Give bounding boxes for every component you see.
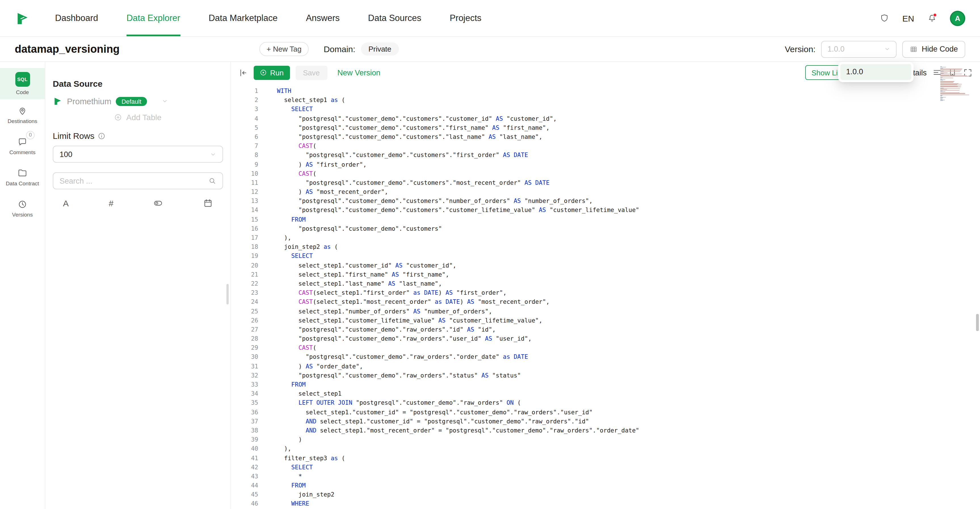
boolean-type-icon[interactable] <box>153 198 163 208</box>
collapse-panel-icon[interactable] <box>238 68 248 78</box>
editor-scrollbar[interactable] <box>976 314 979 331</box>
code-text: "postgresql"."customer_demo"."customers"… <box>258 197 593 206</box>
save-button[interactable]: Save <box>296 65 327 79</box>
code-text: AND select_step1."customer_id" = "postgr… <box>258 417 589 426</box>
code-line: 46 WHERE <box>231 499 980 508</box>
minimap-line <box>940 75 965 76</box>
minimap-line <box>940 87 961 87</box>
add-table-label: Add Table <box>126 113 161 122</box>
minimap-line <box>940 66 942 67</box>
rail-item-comments[interactable]: 0Comments <box>0 130 45 162</box>
nav-item-answers[interactable]: Answers <box>306 0 340 36</box>
nav-item-data-explorer[interactable]: Data Explorer <box>127 0 180 36</box>
date-type-icon[interactable] <box>203 198 213 208</box>
shield-icon[interactable] <box>880 13 889 23</box>
code-line: 17 ), <box>231 233 980 242</box>
line-number: 10 <box>231 169 258 178</box>
code-text: CAST( <box>258 343 317 352</box>
minimap-line <box>940 80 943 81</box>
number-type-icon[interactable]: # <box>109 198 113 208</box>
minimap-line <box>940 71 944 71</box>
add-table-button[interactable]: Add Table <box>53 113 223 122</box>
code-text: CAST( <box>258 169 317 178</box>
minimap-line <box>940 79 945 80</box>
code-text: select_step1."customer_id" AS "customer_… <box>258 260 456 270</box>
code-line: 43 * <box>231 472 980 480</box>
rail-item-label: Versions <box>12 211 33 217</box>
minimap-line <box>940 91 943 91</box>
line-number: 25 <box>231 306 258 316</box>
code-line: 32 "postgresql"."customer_demo"."raw_ord… <box>231 371 980 380</box>
code-text: select_step1."customer_lifetime_value" A… <box>258 316 542 325</box>
code-line: 18 join_step2 as ( <box>231 242 980 251</box>
clock-icon <box>18 199 27 209</box>
nav-item-dashboard[interactable]: Dashboard <box>55 0 98 36</box>
code-line: 41 filter_step3 as ( <box>231 453 980 462</box>
version-select-value: 1.0.0 <box>827 45 845 53</box>
line-number: 18 <box>231 242 258 251</box>
minimap-line <box>940 90 959 90</box>
code-text: "postgresql"."customer_demo"."customers"… <box>258 206 639 214</box>
code-line: 9 ) AS "first_order", <box>231 160 980 169</box>
code-text: * <box>258 472 302 480</box>
code-text: join_step2 as ( <box>258 242 338 251</box>
minimap-line <box>940 85 961 86</box>
code-line: 23 CAST(select_step1."first_order" as DA… <box>231 288 980 297</box>
hide-code-button[interactable]: Hide Code <box>902 41 965 57</box>
chevron-down-icon <box>884 46 890 52</box>
minimap-line <box>940 79 942 79</box>
rail-item-destinations[interactable]: Destinations <box>0 99 45 130</box>
code-text: "postgresql"."customer_demo"."customers"… <box>258 123 550 132</box>
search-icon <box>208 177 216 185</box>
minimap-line <box>940 68 943 68</box>
line-number: 45 <box>231 490 258 499</box>
text-type-icon[interactable]: A <box>63 198 68 208</box>
nav-items: DashboardData ExplorerData MarketplaceAn… <box>55 0 510 36</box>
version-option[interactable]: 1.0.0 <box>840 64 912 80</box>
code-text: FROM <box>258 380 305 389</box>
code-line: 4 "postgresql"."customer_demo"."customer… <box>231 114 980 123</box>
version-select[interactable]: 1.0.0 <box>821 41 897 57</box>
rail-item-code[interactable]: SQLCode <box>0 68 45 99</box>
minimap-line <box>940 99 943 100</box>
panel-scrollbar[interactable] <box>226 284 229 304</box>
line-number: 20 <box>231 260 258 270</box>
minimap-line <box>940 85 957 85</box>
chevron-down-icon[interactable] <box>162 98 168 104</box>
notifications-bell-icon[interactable] <box>927 13 937 23</box>
rail-item-data-contract[interactable]: Data Contract <box>0 162 45 193</box>
language-selector[interactable]: EN <box>902 13 914 23</box>
run-button[interactable]: Run <box>254 65 290 79</box>
code-text: ), <box>258 233 291 242</box>
code-text: select_step1."number_of_orders" AS "numb… <box>258 306 492 316</box>
minimap-line <box>940 78 953 78</box>
limit-rows-label: Limit Rows <box>53 131 94 141</box>
line-number: 3 <box>231 105 258 114</box>
code-line: 40 ), <box>231 444 980 453</box>
code-area[interactable]: 1WITH2 select_step1 as (3 SELECT4 "postg… <box>231 83 980 509</box>
info-icon[interactable] <box>98 132 106 140</box>
code-text: select_step1 as ( <box>258 95 345 104</box>
code-line: 30 "postgresql"."customer_demo"."raw_ord… <box>231 352 980 362</box>
avatar[interactable]: A <box>950 11 965 26</box>
line-number: 1 <box>231 86 258 95</box>
minimap[interactable] <box>940 66 971 101</box>
rail-item-versions[interactable]: Versions <box>0 193 45 224</box>
hide-code-label: Hide Code <box>921 45 958 53</box>
limit-rows-select[interactable]: 100 <box>53 146 223 163</box>
new-version-link[interactable]: New Version <box>337 68 380 77</box>
version-label: Version: <box>785 44 815 54</box>
code-text: "postgresql"."customer_demo"."raw_orders… <box>258 334 532 343</box>
search-input[interactable] <box>60 176 208 185</box>
new-tag-button[interactable]: + New Tag <box>259 42 309 56</box>
promethium-logo-icon[interactable] <box>15 11 30 26</box>
line-number: 30 <box>231 352 258 362</box>
nav-item-data-marketplace[interactable]: Data Marketplace <box>208 0 277 36</box>
code-text: "postgresql"."customer_demo"."raw_orders… <box>258 325 496 334</box>
minimap-line <box>940 84 962 84</box>
nav-item-projects[interactable]: Projects <box>450 0 482 36</box>
minimap-line <box>940 82 953 83</box>
code-line: 44 FROM <box>231 480 980 490</box>
code-text: WITH <box>258 86 291 95</box>
nav-item-data-sources[interactable]: Data Sources <box>368 0 422 36</box>
